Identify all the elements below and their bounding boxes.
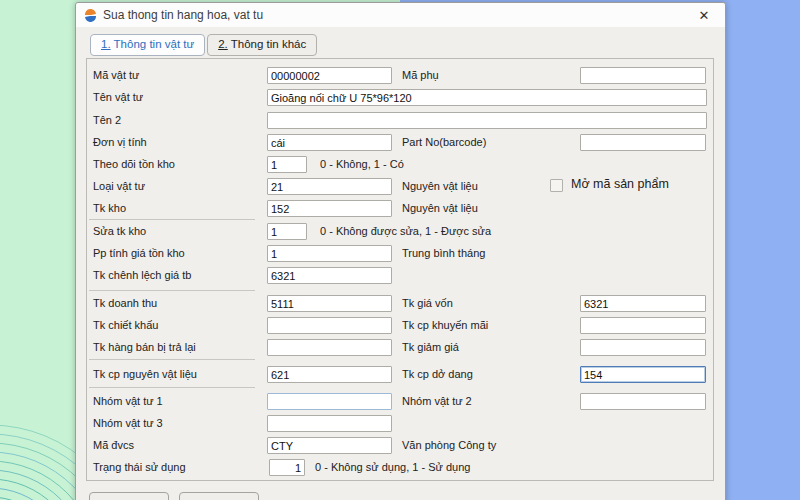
label-ten-vat-tu: Tên vật tư (93, 89, 143, 106)
input-sua-tk-kho[interactable] (267, 223, 307, 240)
tab-number: 1. (101, 38, 111, 50)
label-tk-cp-nvl: Tk cp nguyên vật liệu (93, 366, 197, 383)
label-ma-phu: Mã phụ (402, 67, 439, 84)
input-tk-kho[interactable] (267, 200, 392, 217)
input-tk-chiet-khau[interactable] (267, 317, 392, 334)
label-theo-doi-ton-kho: Theo dõi tồn kho (93, 156, 175, 173)
tab-label: Thông tin khác (231, 38, 306, 50)
label-don-vi-tinh: Đơn vị tính (93, 134, 147, 151)
input-don-vi-tinh[interactable] (267, 134, 392, 151)
input-pp-tinh-gia[interactable] (267, 245, 392, 262)
label-sua-tk-kho: Sửa tk kho (93, 223, 146, 240)
label-ten-2: Tên 2 (93, 112, 121, 129)
tab-label: Thông tin vật tư (114, 38, 195, 50)
separator (89, 359, 255, 360)
dialog-titlebar: Sua thong tin hang hoa, vat tu ✕ (76, 3, 725, 27)
label-ma-vat-tu: Mã vật tư (93, 67, 140, 84)
input-tk-cp-khuyen-mai[interactable] (580, 317, 706, 334)
bottom-button-accept[interactable] (89, 492, 169, 500)
label-tk-kho: Tk kho (93, 200, 126, 217)
tab-thong-tin-khac[interactable]: 2. Thông tin khác (207, 34, 317, 56)
bottom-button-cancel[interactable] (179, 492, 259, 500)
input-tk-giam-gia[interactable] (580, 339, 706, 356)
input-ten-2[interactable] (267, 112, 707, 129)
label-ma-dvcs: Mã đvcs (93, 437, 134, 454)
close-icon[interactable]: ✕ (695, 7, 713, 25)
hint-pp-tinh-gia: Trung bình tháng (402, 245, 485, 262)
input-nhom-vat-tu-1[interactable] (267, 393, 392, 410)
material-info-panel: Mã vật tư Mã phụ Tên vật tư Tên 2 Đơn vị… (86, 58, 714, 481)
hint-trang-thai: 0 - Không sử dụng, 1 - Sử dụng (315, 459, 470, 476)
dialog-title: Sua thong tin hang hoa, vat tu (103, 8, 263, 22)
label-nhom-vat-tu-2: Nhóm vật tư 2 (402, 393, 472, 410)
label-tk-chiet-khau: Tk chiết khấu (93, 317, 158, 334)
checkbox-mo-ma-san-pham[interactable] (550, 179, 563, 192)
input-tk-hang-ban[interactable] (267, 339, 392, 356)
input-tk-gia-von[interactable] (580, 295, 706, 312)
tab-number: 2. (218, 38, 228, 50)
hint-sua-tk-kho: 0 - Không được sửa, 1 - Được sửa (320, 223, 491, 240)
input-theo-doi-ton-kho[interactable] (267, 156, 307, 173)
label-tk-cp-khuyen-mai: Tk cp khuyến mãi (402, 317, 488, 334)
input-ten-vat-tu[interactable] (267, 89, 707, 106)
input-ma-phu[interactable] (580, 67, 706, 84)
label-tk-hang-ban: Tk hàng bán bị trả lại (93, 339, 196, 356)
label-tk-doanh-thu: Tk doanh thu (93, 295, 157, 312)
label-nhom-vat-tu-3: Nhóm vật tư 3 (93, 415, 163, 432)
label-pp-tinh-gia: Pp tính giá tồn kho (93, 245, 185, 262)
separator (89, 387, 255, 388)
input-tk-cp-nvl[interactable] (267, 366, 392, 383)
separator (89, 290, 255, 291)
label-tk-giam-gia: Tk giảm giá (402, 339, 459, 356)
input-part-no[interactable] (580, 134, 706, 151)
input-ma-vat-tu[interactable] (267, 67, 392, 84)
hint-loai-vat-tu: Nguyên vật liệu (402, 178, 478, 195)
label-tk-chenh-lech: Tk chênh lệch giá tb (93, 267, 191, 284)
label-tk-gia-von: Tk giá vốn (402, 295, 453, 312)
input-tk-chenh-lech[interactable] (267, 267, 392, 284)
hint-theo-doi-ton-kho: 0 - Không, 1 - Có (320, 156, 404, 173)
separator (89, 219, 255, 220)
hint-tk-kho: Nguyên vật liệu (402, 200, 478, 217)
label-mo-ma-san-pham: Mở mã sản phẩm (571, 177, 669, 191)
input-nhom-vat-tu-2[interactable] (580, 393, 706, 410)
label-nhom-vat-tu-1: Nhóm vật tư 1 (93, 393, 163, 410)
input-trang-thai[interactable] (269, 459, 305, 476)
app-logo-icon (84, 9, 97, 22)
hint-ma-dvcs: Văn phòng Công ty (402, 437, 496, 454)
input-nhom-vat-tu-3[interactable] (267, 415, 392, 432)
label-tk-cp-do-dang: Tk cp dở dang (402, 366, 473, 383)
input-tk-cp-do-dang[interactable] (580, 366, 706, 383)
label-loai-vat-tu: Loại vật tư (93, 178, 145, 195)
input-ma-dvcs[interactable] (267, 437, 392, 454)
input-loai-vat-tu[interactable] (267, 178, 392, 195)
label-trang-thai: Trạng thái sử dụng (93, 459, 186, 476)
tab-thong-tin-vat-tu[interactable]: 1. Thông tin vật tư (90, 34, 205, 56)
label-part-no: Part No(barcode) (402, 134, 486, 151)
edit-material-dialog: Sua thong tin hang hoa, vat tu ✕ 1. Thôn… (75, 2, 726, 500)
input-tk-doanh-thu[interactable] (267, 295, 392, 312)
tab-bar: 1. Thông tin vật tư 2. Thông tin khác (90, 34, 317, 56)
